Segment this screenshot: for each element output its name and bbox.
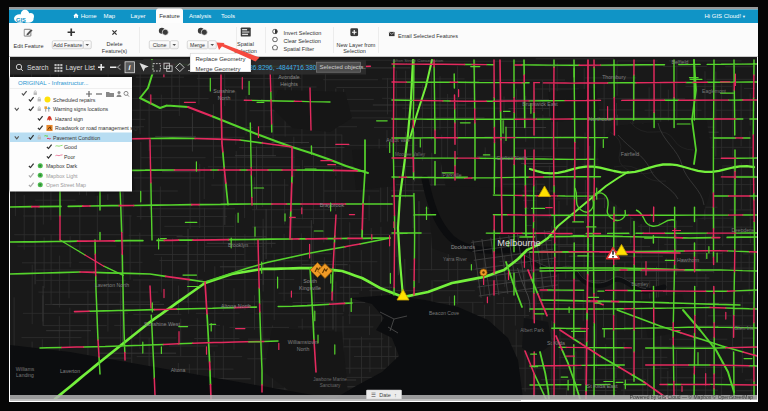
svg-text:Altona North: Altona North — [221, 303, 251, 309]
svg-text:Sunshine West: Sunshine West — [144, 321, 181, 327]
svg-text:GIS: GIS — [16, 17, 26, 23]
svg-text:Brooklyn: Brooklyn — [228, 242, 248, 248]
svg-text:Eaglemont: Eaglemont — [702, 88, 727, 94]
svg-text:Thornbury: Thornbury — [602, 74, 626, 80]
svg-text:South: South — [303, 278, 317, 284]
svg-text:Selected objects... 1: Selected objects... 1 — [320, 64, 367, 70]
svg-text:2786.8296, -4844716.3808: 2786.8296, -4844716.3808 — [242, 64, 320, 71]
svg-text:Melbourne: Melbourne — [497, 238, 540, 248]
svg-text:Heights: Heights — [280, 81, 298, 87]
svg-text:Williamstown: Williamstown — [288, 339, 318, 345]
svg-text:Landing: Landing — [16, 372, 34, 378]
svg-text:Brunswick East: Brunswick East — [522, 101, 558, 107]
svg-text:Beacon Cove: Beacon Cove — [429, 310, 459, 316]
svg-text:Laverton: Laverton — [60, 368, 80, 374]
svg-text:Braybrook: Braybrook — [320, 202, 345, 208]
svg-text:Docklands: Docklands — [451, 244, 476, 250]
svg-text:Deepdene: Deepdene — [731, 227, 754, 233]
svg-text:Afton Street Conservation: Afton Street Conservation — [393, 58, 444, 63]
svg-text:St Kilda: St Kilda — [547, 340, 565, 346]
svg-text:North: North — [297, 346, 310, 352]
svg-text:Search: Search — [27, 64, 49, 71]
svg-text:Belfield: Belfield — [671, 59, 688, 65]
svg-text:St Kilda East: St Kilda East — [587, 383, 618, 389]
svg-text:Burnley: Burnley — [632, 281, 649, 287]
svg-text:Sanctuary: Sanctuary — [320, 383, 341, 388]
svg-text:Jawbone Marine: Jawbone Marine — [313, 377, 347, 382]
svg-text:Albert Park: Albert Park — [520, 328, 544, 333]
svg-text:Kingsville: Kingsville — [299, 285, 321, 291]
svg-text:Moonee Valley: Moonee Valley — [395, 152, 426, 157]
svg-text:Ascot Vale: Ascot Vale — [386, 137, 410, 143]
svg-text:Layer List: Layer List — [66, 64, 96, 72]
svg-text:Laverton North: Laverton North — [95, 282, 129, 288]
svg-text:Sunshine: Sunshine — [213, 88, 235, 94]
svg-text:Altona: Altona — [171, 367, 186, 373]
svg-text:Northcote: Northcote — [588, 116, 611, 122]
svg-text:Carlton North: Carlton North — [497, 155, 528, 161]
svg-text:Fairfield: Fairfield — [621, 151, 640, 157]
svg-text:Glen Iris: Glen Iris — [734, 325, 754, 331]
svg-text:Parkville: Parkville — [443, 172, 462, 178]
svg-text:North: North — [218, 95, 231, 101]
svg-text:Hawthorn: Hawthorn — [677, 257, 699, 263]
svg-text:Avondale: Avondale — [278, 74, 300, 80]
svg-text:Yarra River: Yarra River — [443, 257, 467, 262]
